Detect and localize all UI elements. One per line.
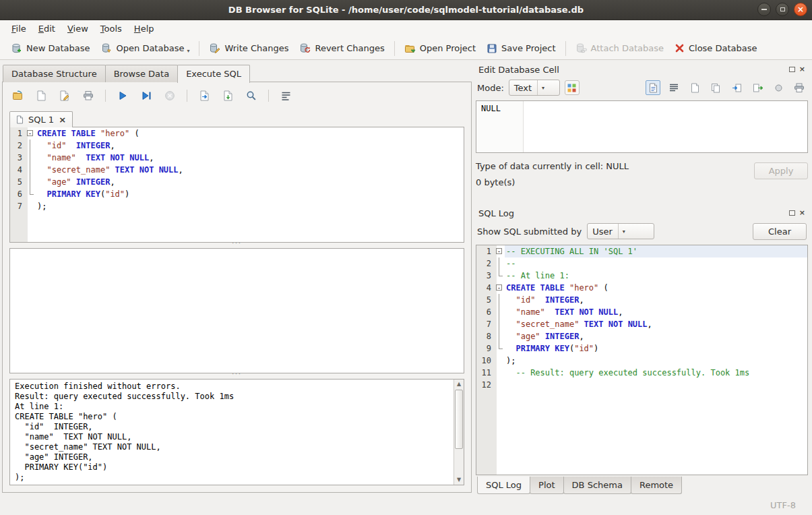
tab-execute-sql[interactable]: Execute SQL	[177, 65, 250, 83]
sql-log-controls: Show SQL submitted by User ▾ Clear	[476, 220, 808, 245]
sql-tab-close-icon[interactable]: ×	[59, 115, 66, 125]
menu-help[interactable]: Help	[128, 22, 160, 36]
sql-log-dock: SQL Log × Show SQL submitted by User ▾ C…	[476, 206, 808, 494]
new-database-label: New Database	[26, 43, 90, 53]
open-sql-file-icon[interactable]	[11, 89, 24, 102]
menu-file-label: File	[11, 24, 26, 34]
dock-close-icon[interactable]: ×	[799, 66, 805, 73]
dock-close-icon[interactable]: ×	[799, 210, 805, 216]
scroll-up-icon[interactable]: ▲	[454, 380, 464, 389]
new-database-button[interactable]: New Database	[5, 40, 96, 57]
log-filter-select[interactable]: User ▾	[587, 223, 654, 239]
dock-float-icon[interactable]	[789, 67, 795, 72]
revert-changes-icon	[299, 42, 311, 54]
open-database-button[interactable]: Open Database ▾	[96, 40, 195, 57]
menu-edit[interactable]: Edit	[32, 22, 61, 36]
save-sql-file-icon[interactable]	[34, 89, 48, 102]
close-icon[interactable]: ×	[794, 3, 807, 16]
fold-marker-icon	[494, 306, 505, 318]
fold-marker-icon	[494, 270, 505, 282]
fold-marker-icon	[494, 355, 505, 367]
toolbar-separator	[105, 90, 106, 102]
code-line: 1-CREATE TABLE "hero" (	[10, 127, 464, 140]
main-area: Database Structure Browse Data Execute S…	[0, 60, 812, 495]
find-replace-icon[interactable]	[245, 89, 258, 102]
tab-remote[interactable]: Remote	[631, 477, 682, 494]
export-results-icon[interactable]	[197, 89, 211, 102]
print-icon[interactable]	[82, 89, 95, 102]
tab-sql-log[interactable]: SQL Log	[477, 477, 530, 494]
chevron-down-icon: ▾	[537, 80, 544, 95]
titlebar[interactable]: DB Browser for SQLite - /home/user/code/…	[0, 0, 812, 20]
fold-marker-icon[interactable]: -	[25, 127, 36, 140]
fold-marker-icon	[25, 152, 36, 164]
tab-browse-data[interactable]: Browse Data	[105, 65, 179, 82]
tab-database-structure[interactable]: Database Structure	[3, 65, 106, 82]
mode-select[interactable]: Text ▾	[509, 80, 560, 96]
save-project-button[interactable]: Save Project	[481, 40, 561, 57]
execution-output-pane[interactable]: Execution finished without errors. Resul…	[9, 379, 464, 485]
code-line: 7 "secret_name" TEXT NOT NULL,	[476, 318, 807, 330]
menu-view-label: View	[67, 24, 88, 34]
clear-log-button[interactable]: Clear	[753, 223, 807, 240]
maximize-icon[interactable]	[776, 3, 789, 16]
scroll-down-icon[interactable]: ▼	[454, 475, 464, 485]
revert-changes-button[interactable]: Revert Changes	[294, 40, 389, 57]
print-icon[interactable]	[792, 80, 807, 95]
tab-db-schema[interactable]: DB Schema	[563, 477, 631, 494]
export-icon[interactable]	[750, 80, 765, 95]
dock-float-icon[interactable]	[789, 210, 795, 216]
mode-label: Mode:	[477, 83, 504, 93]
tab-plot[interactable]: Plot	[530, 477, 564, 494]
menubar: File Edit View Tools Help	[0, 20, 812, 37]
format-settings-icon[interactable]	[565, 80, 580, 95]
save-results-icon[interactable]	[221, 89, 235, 102]
fold-marker-icon[interactable]: -	[494, 282, 505, 294]
fold-marker-icon	[25, 200, 36, 212]
code-line: 3 "name" TEXT NOT NULL,	[10, 152, 464, 164]
sql-tab[interactable]: SQL 1 ×	[9, 111, 73, 127]
menu-view[interactable]: View	[61, 22, 94, 36]
menu-tools[interactable]: Tools	[94, 22, 128, 36]
save-sql-file-as-icon[interactable]	[58, 89, 71, 102]
menu-file[interactable]: File	[5, 22, 32, 36]
sql-log-view[interactable]: 1--- EXECUTING ALL IN 'SQL 1'2--3-- At l…	[476, 245, 808, 475]
bottom-dock-tab-bar: SQL Log Plot DB Schema Remote	[476, 475, 808, 494]
fold-marker-icon[interactable]: -	[494, 245, 505, 258]
splitter-dots-icon: ···	[232, 372, 242, 376]
sql-editor[interactable]: 1-CREATE TABLE "hero" (2 "id" INTEGER,3 …	[9, 127, 464, 243]
scrollbar-thumb[interactable]	[455, 390, 463, 449]
close-database-button[interactable]: Close Database	[669, 40, 763, 56]
word-wrap-icon[interactable]	[666, 80, 681, 95]
output-scrollbar[interactable]: ▲ ▼	[454, 380, 464, 485]
write-changes-icon	[209, 42, 220, 54]
code-line: 5 "id" INTEGER,	[476, 294, 807, 306]
apply-button: Apply	[754, 162, 808, 179]
cell-value-editor[interactable]: NULL	[476, 100, 808, 153]
toolbar-separator	[394, 41, 395, 56]
edit-cell-dock: Edit Database Cell × Mode: Text ▾	[476, 62, 808, 196]
open-project-label: Open Project	[420, 43, 476, 53]
execute-current-line-icon[interactable]	[139, 89, 153, 102]
copy-icon[interactable]	[708, 80, 723, 95]
import-icon[interactable]	[729, 80, 744, 95]
code-line: 11 -- Result: query executed successfull…	[476, 367, 807, 379]
open-database-dropdown-icon[interactable]: ▾	[187, 48, 189, 54]
set-null-icon[interactable]	[771, 80, 786, 95]
attach-database-icon	[575, 42, 587, 54]
menu-help-label: Help	[134, 24, 154, 34]
minimize-icon[interactable]	[757, 3, 771, 16]
fold-marker-icon	[494, 294, 505, 306]
write-changes-button[interactable]: Write Changes	[204, 40, 294, 57]
open-project-button[interactable]: Open Project	[399, 40, 481, 57]
word-wrap-icon[interactable]	[279, 89, 292, 102]
results-grid[interactable]	[9, 248, 464, 373]
open-file-icon[interactable]	[687, 80, 702, 95]
text-view-icon[interactable]	[646, 80, 660, 95]
code-line: 7);	[10, 200, 464, 212]
fold-marker-icon	[494, 379, 505, 391]
window-title: DB Browser for SQLite - /home/user/code/…	[0, 5, 812, 15]
code-line: 2 "id" INTEGER,	[10, 140, 464, 152]
execute-all-icon[interactable]	[116, 89, 129, 102]
code-line: 4 "secret_name" TEXT NOT NULL,	[10, 164, 464, 176]
